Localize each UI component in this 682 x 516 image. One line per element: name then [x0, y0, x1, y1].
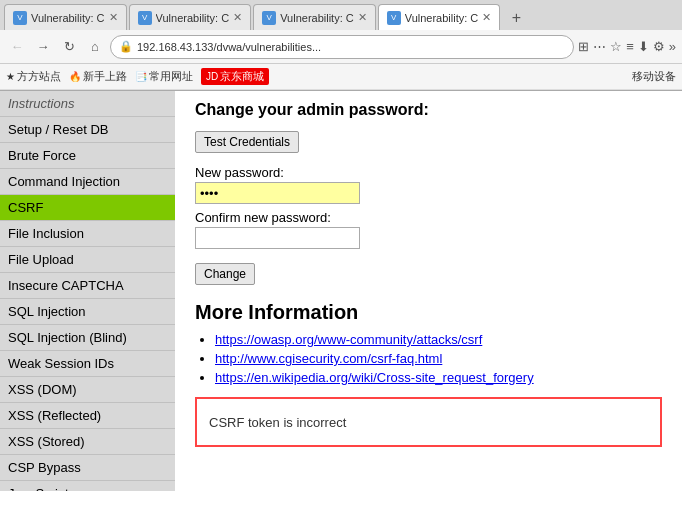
tab-3-close[interactable]: ✕ — [358, 11, 367, 24]
nav-bar: ← → ↻ ⌂ 🔒 192.168.43.133/dvwa/vulnerabil… — [0, 30, 682, 64]
more-icon[interactable]: » — [669, 39, 676, 54]
confirm-password-label: Confirm new password: — [195, 210, 662, 225]
bookmark-3-icon: 📑 — [135, 71, 147, 82]
settings-icon[interactable]: ⚙ — [653, 39, 665, 54]
sidebar-item-xss-stored[interactable]: XSS (Stored) — [0, 429, 175, 455]
bookmark-5[interactable]: 移动设备 — [632, 69, 676, 84]
tab-1[interactable]: V Vulnerability: C ✕ — [4, 4, 127, 30]
info-link-3[interactable]: https://en.wikipedia.org/wiki/Cross-site… — [215, 370, 534, 385]
sidebar-item-command-injection[interactable]: Command Injection — [0, 169, 175, 195]
bookmark-2-icon: 🔥 — [69, 71, 81, 82]
test-credentials-button[interactable]: Test Credentials — [195, 131, 299, 153]
sidebar-item-brute-force[interactable]: Brute Force — [0, 143, 175, 169]
page-content: Instructions Setup / Reset DB Brute Forc… — [0, 91, 682, 491]
download-icon[interactable]: ⬇ — [638, 39, 649, 54]
error-box: CSRF token is incorrect — [195, 397, 662, 447]
browser-chrome: V Vulnerability: C ✕ V Vulnerability: C … — [0, 0, 682, 91]
bookmark-3-label: 常用网址 — [149, 69, 193, 84]
info-link-item-2: http://www.cgisecurity.com/csrf-faq.html — [215, 351, 662, 366]
tab-1-close[interactable]: ✕ — [109, 11, 118, 24]
tab-4-favicon: V — [387, 11, 401, 25]
bookmark-2[interactable]: 🔥 新手上路 — [69, 69, 127, 84]
new-tab-button[interactable]: + — [504, 6, 528, 30]
address-text: 192.168.43.133/dvwa/vulnerabilities... — [137, 41, 565, 53]
tab-3[interactable]: V Vulnerability: C ✕ — [253, 4, 376, 30]
more-info-title: More Information — [195, 301, 662, 324]
tab-2[interactable]: V Vulnerability: C ✕ — [129, 4, 252, 30]
star-icon[interactable]: ☆ — [610, 39, 622, 54]
menu-icon[interactable]: ⋯ — [593, 39, 606, 54]
sidebar-item-setup[interactable]: Setup / Reset DB — [0, 117, 175, 143]
lock-icon: 🔒 — [119, 40, 133, 53]
forward-button[interactable]: → — [32, 36, 54, 58]
change-button[interactable]: Change — [195, 263, 255, 285]
bookmark-1-icon: ★ — [6, 71, 15, 82]
refresh-button[interactable]: ↻ — [58, 36, 80, 58]
tab-1-title: Vulnerability: C — [31, 12, 105, 24]
bookmark-2-label: 新手上路 — [83, 69, 127, 84]
tab-bar: V Vulnerability: C ✕ V Vulnerability: C … — [0, 0, 682, 30]
sidebar-item-instructions[interactable]: Instructions — [0, 91, 175, 117]
sidebar-item-csrf[interactable]: CSRF — [0, 195, 175, 221]
info-link-item-1: https://owasp.org/www-community/attacks/… — [215, 332, 662, 347]
info-link-2[interactable]: http://www.cgisecurity.com/csrf-faq.html — [215, 351, 442, 366]
bookmark-1[interactable]: ★ 方方站点 — [6, 69, 61, 84]
extensions-icon[interactable]: ⊞ — [578, 39, 589, 54]
tab-4-close[interactable]: ✕ — [482, 11, 491, 24]
home-button[interactable]: ⌂ — [84, 36, 106, 58]
sidebar-item-sql-injection[interactable]: SQL Injection — [0, 299, 175, 325]
bookmark-4-label: 京东商城 — [220, 69, 264, 84]
tab-2-favicon: V — [138, 11, 152, 25]
info-links-list: https://owasp.org/www-community/attacks/… — [215, 332, 662, 385]
sidebar: Instructions Setup / Reset DB Brute Forc… — [0, 91, 175, 491]
new-password-input[interactable] — [195, 182, 360, 204]
sidebar-item-file-inclusion[interactable]: File Inclusion — [0, 221, 175, 247]
sidebar-item-javascript[interactable]: JavaScript — [0, 481, 175, 491]
info-link-item-3: https://en.wikipedia.org/wiki/Cross-site… — [215, 370, 662, 385]
back-button[interactable]: ← — [6, 36, 28, 58]
reading-icon[interactable]: ≡ — [626, 39, 634, 54]
tab-4[interactable]: V Vulnerability: C ✕ — [378, 4, 501, 30]
tab-2-title: Vulnerability: C — [156, 12, 230, 24]
address-bar[interactable]: 🔒 192.168.43.133/dvwa/vulnerabilities... — [110, 35, 574, 59]
bookmark-1-label: 方方站点 — [17, 69, 61, 84]
nav-icons: ⊞ ⋯ ☆ ≡ ⬇ ⚙ » — [578, 39, 676, 54]
sidebar-item-xss-dom[interactable]: XSS (DOM) — [0, 377, 175, 403]
info-link-1[interactable]: https://owasp.org/www-community/attacks/… — [215, 332, 482, 347]
confirm-password-row: Confirm new password: — [195, 210, 662, 249]
tab-2-close[interactable]: ✕ — [233, 11, 242, 24]
tab-1-favicon: V — [13, 11, 27, 25]
sidebar-item-sql-injection-blind[interactable]: SQL Injection (Blind) — [0, 325, 175, 351]
sidebar-item-xss-reflected[interactable]: XSS (Reflected) — [0, 403, 175, 429]
bookmark-3[interactable]: 📑 常用网址 — [135, 69, 193, 84]
tab-4-title: Vulnerability: C — [405, 12, 479, 24]
sidebar-item-weak-session-ids[interactable]: Weak Session IDs — [0, 351, 175, 377]
tab-3-title: Vulnerability: C — [280, 12, 354, 24]
new-password-label: New password: — [195, 165, 662, 180]
sidebar-item-file-upload[interactable]: File Upload — [0, 247, 175, 273]
confirm-password-input[interactable] — [195, 227, 360, 249]
bookmark-5-label: 移动设备 — [632, 69, 676, 84]
sidebar-item-insecure-captcha[interactable]: Insecure CAPTCHA — [0, 273, 175, 299]
error-text: CSRF token is incorrect — [209, 415, 346, 430]
main-content: Change your admin password: Test Credent… — [175, 91, 682, 491]
bookmarks-bar: ★ 方方站点 🔥 新手上路 📑 常用网址 JD 京东商城 移动设备 — [0, 64, 682, 90]
bookmark-4-icon: JD — [206, 71, 218, 82]
change-password-title: Change your admin password: — [195, 101, 662, 119]
tab-3-favicon: V — [262, 11, 276, 25]
new-password-row: New password: — [195, 165, 662, 204]
bookmark-4[interactable]: JD 京东商城 — [201, 68, 269, 85]
sidebar-item-csp-bypass[interactable]: CSP Bypass — [0, 455, 175, 481]
